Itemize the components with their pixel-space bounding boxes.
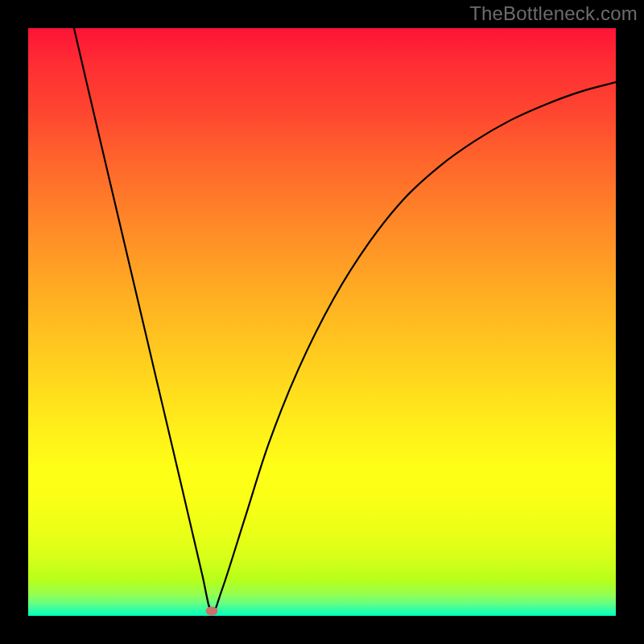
chart-frame: TheBottleneck.com <box>0 0 644 644</box>
curve-svg <box>28 28 616 616</box>
watermark-text: TheBottleneck.com <box>469 2 638 25</box>
bottleneck-curve <box>74 28 616 612</box>
plot-area <box>28 28 616 616</box>
optimum-marker <box>205 607 217 616</box>
